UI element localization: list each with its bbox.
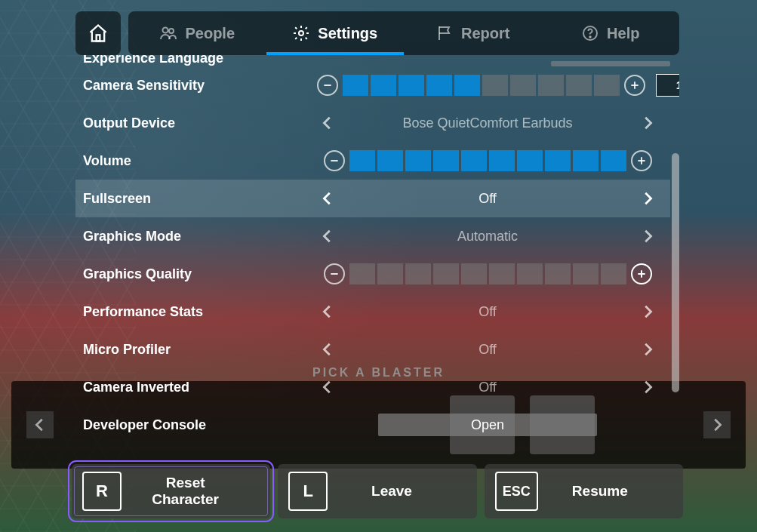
home-button[interactable] [75, 11, 121, 55]
next-option-button[interactable] [637, 379, 658, 395]
help-icon [581, 24, 599, 42]
segment [377, 150, 403, 171]
decrease-button[interactable] [324, 263, 345, 284]
tab-label: People [185, 25, 235, 42]
next-option-button[interactable] [637, 303, 658, 320]
resume-button[interactable]: ESC Resume [485, 464, 683, 518]
setting-label: Fullscreen [83, 191, 309, 207]
settings-row-developer_console: Developer ConsoleOpen [75, 406, 670, 444]
blaster-next-button[interactable] [703, 411, 731, 438]
prev-option-button[interactable] [317, 303, 338, 320]
prev-option-button[interactable] [317, 341, 338, 358]
settings-row-truncated: Experience Language [75, 55, 670, 66]
prev-option-button[interactable] [317, 228, 338, 244]
segment-bar[interactable] [349, 150, 626, 171]
settings-panel: Experience Language Camera Sensitivity1O… [75, 55, 679, 460]
tab-settings[interactable]: Settings [266, 11, 405, 55]
chevron-right-icon [639, 228, 656, 244]
tab-label: Settings [318, 25, 377, 42]
gear-icon [292, 24, 310, 42]
segment [573, 150, 599, 171]
tab-help[interactable]: Help [542, 11, 680, 55]
segment [433, 263, 459, 284]
svg-rect-0 [97, 35, 100, 41]
segment [371, 75, 396, 96]
segment-bar[interactable] [343, 75, 620, 96]
tab-people[interactable]: People [128, 11, 266, 55]
chevron-right-icon [639, 303, 656, 320]
setting-label: Graphics Quality [83, 266, 309, 282]
minus-icon [322, 79, 334, 91]
segment [573, 263, 599, 284]
segment [433, 150, 459, 171]
chevron-right-icon [639, 341, 656, 358]
minus-icon [328, 268, 340, 280]
chevron-left-icon [319, 115, 336, 131]
settings-row-performance_stats: Performance StatsOff [75, 293, 670, 331]
segment [538, 75, 564, 96]
segment [482, 75, 508, 96]
segment [426, 75, 452, 96]
setting-control: Automatic [309, 228, 670, 244]
action-label: Reset Character [141, 475, 260, 508]
segment [566, 75, 592, 96]
open-button[interactable]: Open [378, 414, 597, 436]
setting-control: Off [309, 379, 670, 395]
scrollbar-thumb[interactable] [672, 153, 679, 392]
segment [405, 150, 431, 171]
decrease-button[interactable] [324, 150, 345, 171]
svg-point-2 [169, 29, 174, 33]
setting-value: Automatic [343, 229, 632, 244]
setting-label: Developer Console [83, 417, 309, 433]
plus-icon [629, 79, 641, 91]
settings-row-volume: Volume [75, 142, 670, 180]
setting-label: Output Device [83, 115, 309, 131]
decrease-button[interactable] [317, 75, 338, 96]
chevron-left-icon [319, 379, 336, 395]
setting-truncated-control [551, 61, 670, 66]
segment [489, 263, 515, 284]
next-option-button[interactable] [637, 115, 658, 131]
setting-label: Micro Profiler [83, 342, 309, 358]
home-icon [88, 23, 109, 44]
increase-button[interactable] [631, 150, 652, 171]
leave-button[interactable]: L Leave [278, 464, 476, 518]
scrollbar-track[interactable] [672, 153, 679, 460]
segment [517, 263, 543, 284]
keycap: ESC [495, 472, 538, 511]
setting-control: Off [309, 303, 670, 320]
setting-control [309, 150, 670, 171]
settings-row-graphics_quality: Graphics Quality [75, 255, 670, 293]
setting-value: Off [343, 380, 632, 395]
segment [461, 150, 487, 171]
chevron-left-icon [319, 190, 336, 207]
chevron-left-icon [319, 228, 336, 244]
reset-character-button[interactable]: R Reset Character [72, 464, 270, 518]
prev-option-button[interactable] [317, 190, 338, 207]
increase-button[interactable] [631, 263, 652, 284]
blaster-prev-button[interactable] [26, 411, 54, 438]
setting-control: 1 [309, 74, 679, 97]
flag-icon [435, 24, 454, 42]
keycap: L [288, 472, 328, 511]
setting-control [309, 263, 670, 284]
increase-button[interactable] [624, 75, 645, 96]
setting-label: Volume [83, 153, 309, 169]
segment-bar[interactable] [349, 263, 626, 284]
tab-report[interactable]: Report [404, 11, 542, 55]
value-input[interactable]: 1 [656, 74, 679, 97]
prev-option-button[interactable] [317, 379, 338, 395]
segment [343, 75, 368, 96]
next-option-button[interactable] [637, 228, 658, 244]
action-bar: R Reset Character L Leave ESC Resume [72, 464, 683, 518]
prev-option-button[interactable] [317, 115, 338, 131]
setting-value: Off [343, 191, 632, 207]
next-option-button[interactable] [637, 341, 658, 358]
segment [594, 75, 620, 96]
settings-row-camera_sensitivity: Camera Sensitivity1 [75, 66, 670, 104]
setting-label: Camera Sensitivity [83, 78, 309, 94]
setting-label: Experience Language [83, 55, 309, 66]
plus-icon [635, 268, 648, 280]
svg-point-5 [589, 36, 591, 38]
next-option-button[interactable] [637, 190, 658, 207]
